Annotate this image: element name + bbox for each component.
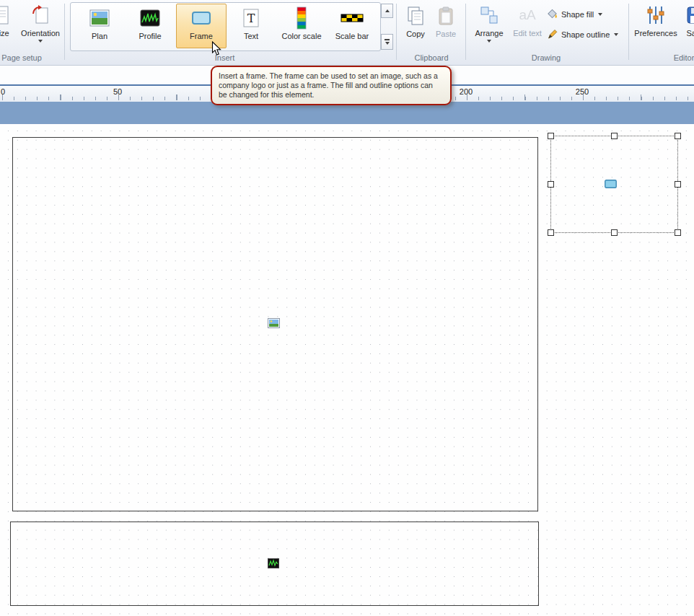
group-label-page-setup: Page setup	[0, 53, 43, 62]
chevron-down-icon	[598, 13, 602, 16]
insert-plan-label: Plan	[92, 32, 107, 40]
page-size-icon	[0, 3, 9, 27]
ribbon: Size Orientation Page setup	[0, 0, 694, 66]
preferences-button-label: Preferences	[634, 29, 677, 38]
mouse-cursor	[211, 41, 221, 59]
profile-icon	[139, 4, 161, 32]
copy-button[interactable]: Copy	[401, 4, 430, 38]
insert-gallery-scroll-up-button[interactable]	[381, 4, 393, 18]
paste-icon	[437, 4, 454, 28]
size-button-label: Size	[0, 29, 9, 38]
save-icon	[686, 3, 694, 27]
frame-tooltip: Insert a frame. The frame can be used to…	[211, 66, 452, 105]
tooltip-line: Insert a frame. The frame can be used to…	[219, 71, 444, 81]
chevron-down-icon	[614, 33, 618, 36]
chevron-down-icon	[487, 40, 491, 43]
selection-handle-n[interactable]	[611, 133, 618, 139]
save-button[interactable]: Save	[680, 3, 694, 38]
orientation-button-label: Orientation	[21, 29, 60, 38]
insert-scale-bar-button[interactable]: Scale bar	[328, 4, 377, 48]
ribbon-separator	[396, 4, 397, 60]
insert-plan-button[interactable]: Plan	[75, 4, 124, 48]
ruler-label: 0	[1, 87, 5, 96]
insert-color-scale-label: Color scale	[281, 32, 321, 40]
profile-placeholder-icon	[268, 558, 279, 571]
edit-text-icon: aA	[519, 3, 535, 27]
arrange-button-label: Arrange	[475, 29, 503, 38]
color-scale-icon	[296, 4, 307, 32]
edit-text-button[interactable]: aA Edit text	[509, 3, 545, 38]
orientation-icon	[30, 3, 50, 27]
ruler-label: 200	[460, 87, 473, 96]
arrange-button[interactable]: Arrange	[470, 3, 508, 43]
frame-icon	[190, 4, 212, 32]
insert-gallery: Plan Profile Frame	[70, 2, 381, 51]
ruler-label: 50	[113, 87, 122, 96]
selection-handle-sw[interactable]	[548, 229, 554, 236]
paste-button-label: Paste	[436, 30, 456, 38]
selection-handle-ne[interactable]	[675, 133, 681, 139]
insert-frame-label: Frame	[190, 32, 213, 40]
group-label-editor: Editor	[633, 53, 694, 62]
ruler-label: 250	[576, 87, 589, 96]
edit-text-button-label: Edit text	[513, 29, 542, 38]
svg-text:T: T	[247, 12, 255, 25]
tooltip-line: company logo or just as a frame. The fil…	[219, 81, 444, 90]
insert-profile-label: Profile	[139, 32, 161, 40]
ribbon-separator	[64, 4, 65, 60]
insert-gallery-more-button[interactable]	[381, 34, 393, 50]
triangle-up-icon	[385, 9, 390, 12]
insert-scale-bar-label: Scale bar	[335, 32, 369, 40]
ribbon-separator	[628, 4, 629, 60]
insert-text-label: Text	[244, 32, 258, 40]
paste-button[interactable]: Paste	[431, 4, 460, 38]
selection-handle-se[interactable]	[675, 229, 681, 236]
selected-frame[interactable]	[550, 136, 678, 233]
insert-profile-button[interactable]: Profile	[126, 4, 175, 48]
selection-handle-e[interactable]	[675, 181, 681, 188]
insert-color-scale-button[interactable]: Color scale	[277, 4, 326, 48]
shape-outline-label: Shape outline	[561, 30, 610, 39]
save-button-label: Save	[686, 29, 694, 38]
chevron-down-icon	[38, 40, 43, 43]
application-window: Size Orientation Page setup	[0, 0, 694, 616]
tooltip-line: be changed for this element.	[219, 90, 444, 100]
selection-handle-s[interactable]	[611, 229, 618, 236]
preferences-button[interactable]: Preferences	[633, 3, 678, 38]
text-icon: T	[242, 4, 260, 32]
ribbon-separator	[465, 4, 466, 60]
shape-fill-icon	[547, 8, 558, 21]
image-placeholder-icon	[268, 318, 280, 331]
copy-icon	[406, 4, 425, 28]
more-bar-icon	[385, 39, 390, 40]
group-label-clipboard: Clipboard	[397, 53, 466, 62]
size-button[interactable]: Size	[0, 3, 22, 38]
shape-outline-icon	[547, 28, 558, 41]
frame-placeholder-icon	[605, 178, 617, 191]
shape-outline-button[interactable]: Shape outline	[547, 28, 618, 41]
group-label-insert: Insert	[70, 53, 379, 62]
triangle-down-icon	[385, 42, 390, 45]
selection-handle-nw[interactable]	[548, 133, 554, 139]
selection-handle-w[interactable]	[548, 181, 554, 188]
shape-fill-label: Shape fill	[561, 10, 594, 19]
copy-button-label: Copy	[406, 30, 425, 38]
orientation-button[interactable]: Orientation	[20, 3, 61, 43]
preferences-icon	[645, 3, 667, 27]
plan-icon	[89, 4, 110, 32]
group-label-drawing: Drawing	[470, 53, 622, 62]
arrange-icon	[479, 3, 499, 27]
scale-bar-icon	[341, 4, 364, 32]
layout-canvas[interactable]	[0, 124, 694, 616]
shape-fill-button[interactable]: Shape fill	[547, 8, 602, 21]
insert-text-button[interactable]: T Text	[227, 4, 276, 48]
